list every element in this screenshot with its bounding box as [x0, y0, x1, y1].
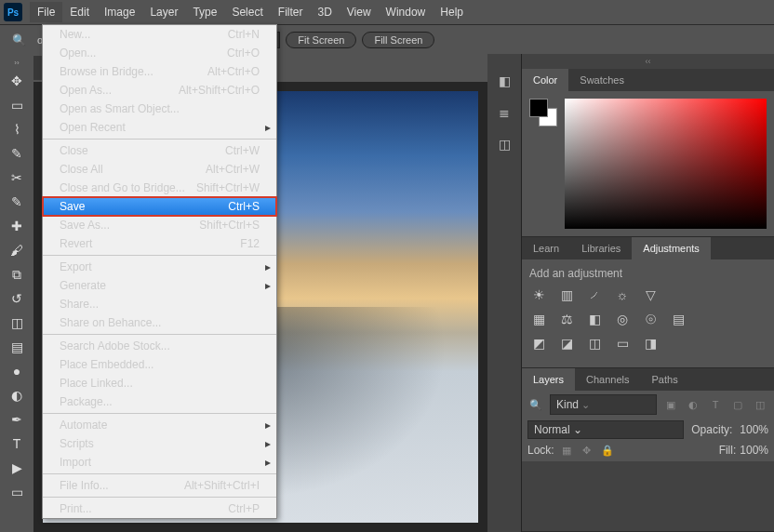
menu-item-place-linked[interactable]: Place Linked...	[43, 374, 276, 392]
filter-image-icon[interactable]: ▣	[662, 397, 679, 412]
properties-icon[interactable]: ◫	[494, 134, 514, 154]
selective-color-icon[interactable]: ◨	[641, 336, 660, 351]
filter-smart-icon[interactable]: ◫	[752, 397, 768, 412]
balance-icon[interactable]: ⚖	[557, 312, 576, 326]
dodge-tool[interactable]: ◐	[2, 383, 32, 407]
marquee-tool[interactable]: ▭	[2, 93, 32, 117]
clone-stamp-tool[interactable]: ⧉	[2, 262, 32, 286]
menu-edit[interactable]: Edit	[62, 2, 97, 22]
color-spectrum[interactable]	[565, 99, 767, 229]
photo-filter-icon[interactable]: ◎	[613, 312, 632, 326]
menu-item-place-embedded[interactable]: Place Embedded...	[43, 355, 276, 374]
fill-screen-button[interactable]: Fill Screen	[362, 32, 434, 48]
menu-type[interactable]: Type	[185, 2, 224, 22]
eyedropper-tool[interactable]: ✎	[2, 190, 32, 214]
toolbar-expand-icon[interactable]: ››	[11, 58, 22, 67]
mixer-icon[interactable]: ⦾	[641, 312, 660, 326]
menu-item-open[interactable]: Open...Ctrl+O	[43, 44, 276, 62]
menu-item-close[interactable]: CloseCtrl+W	[43, 141, 276, 160]
menu-item-export[interactable]: Export▸	[43, 258, 276, 276]
menu-item-close-all[interactable]: Close AllAlt+Ctrl+W	[43, 160, 276, 179]
type-tool[interactable]: T	[2, 432, 32, 456]
menu-filter[interactable]: Filter	[271, 2, 311, 22]
menu-item-new[interactable]: New...Ctrl+N	[43, 25, 276, 44]
posterize-icon[interactable]: ◪	[557, 336, 576, 351]
invert-icon[interactable]: ◩	[529, 336, 548, 351]
rectangle-tool[interactable]: ▭	[2, 480, 32, 504]
menu-view[interactable]: View	[340, 2, 379, 22]
brush-tool[interactable]: 🖌	[2, 238, 32, 262]
history-icon[interactable]: ≣	[494, 102, 514, 123]
vibrance-icon[interactable]: ▽	[641, 287, 660, 302]
menu-item-close-and-go-to-bridge[interactable]: Close and Go to Bridge...Shift+Ctrl+W	[43, 179, 276, 197]
tab-libraries[interactable]: Libraries	[570, 237, 632, 259]
bw-icon[interactable]: ◧	[585, 312, 604, 326]
path-select-tool[interactable]: ▶	[2, 456, 32, 480]
gradient-map-icon[interactable]: ▭	[613, 336, 632, 351]
menu-select[interactable]: Select	[224, 2, 270, 22]
lock-pixels-icon[interactable]: ▦	[558, 443, 575, 458]
panel-collapse-grip[interactable]: ‹‹	[522, 54, 774, 69]
blend-mode-select[interactable]: Normal ⌄	[527, 420, 684, 439]
lock-all-icon[interactable]: 🔒	[599, 443, 616, 458]
levels-icon[interactable]: ▥	[557, 287, 576, 302]
brightness-icon[interactable]: ☀	[529, 287, 548, 302]
tab-adjustments[interactable]: Adjustments	[632, 237, 711, 259]
threshold-icon[interactable]: ◫	[585, 336, 604, 351]
menu-item-share[interactable]: Share...	[43, 295, 276, 313]
gradient-tool[interactable]: ▤	[2, 335, 32, 359]
menu-item-print[interactable]: Print...Ctrl+P	[43, 499, 276, 518]
menu-help[interactable]: Help	[433, 2, 471, 22]
blur-tool[interactable]: ●	[2, 359, 32, 383]
crop-tool[interactable]: ✂	[2, 166, 32, 190]
menu-item-open-recent[interactable]: Open Recent▸	[43, 118, 276, 137]
menu-3d[interactable]: 3D	[310, 2, 339, 22]
menu-file[interactable]: File	[30, 2, 62, 22]
menu-item-file-info[interactable]: File Info...Alt+Shift+Ctrl+I	[43, 476, 276, 495]
menu-item-search-adobe-stock[interactable]: Search Adobe Stock...	[43, 337, 276, 355]
tab-channels[interactable]: Channels	[575, 368, 640, 391]
menu-item-revert[interactable]: RevertF12	[43, 234, 276, 253]
menu-item-save-as[interactable]: Save As...Shift+Ctrl+S	[43, 216, 276, 234]
healing-brush-tool[interactable]: ✚	[2, 214, 32, 238]
fit-screen-button[interactable]: Fit Screen	[286, 32, 356, 48]
pen-tool[interactable]: ✒	[2, 407, 32, 432]
lookup-icon[interactable]: ▤	[669, 312, 687, 326]
history-brush-tool[interactable]: ↺	[2, 286, 32, 311]
curves-icon[interactable]: ⟋	[585, 287, 604, 302]
filter-type-icon[interactable]: T	[707, 397, 724, 412]
tab-color[interactable]: Color	[522, 69, 568, 91]
move-tool[interactable]: ✥	[2, 69, 32, 93]
eraser-tool[interactable]: ◫	[2, 311, 32, 335]
foreground-background-swatch[interactable]	[529, 99, 557, 126]
layer-filter-kind[interactable]: Kind ⌄	[550, 394, 657, 415]
tab-swatches[interactable]: Swatches	[568, 69, 635, 91]
filter-adjust-icon[interactable]: ◐	[685, 397, 701, 412]
tab-paths[interactable]: Paths	[641, 368, 689, 391]
menu-item-browse-in-bridge[interactable]: Browse in Bridge...Alt+Ctrl+O	[43, 62, 276, 81]
foreground-color[interactable]	[529, 99, 548, 117]
lasso-tool[interactable]: ⌇	[2, 117, 32, 141]
opacity-value[interactable]: 100%	[740, 423, 768, 436]
menu-item-import[interactable]: Import▸	[43, 453, 276, 472]
tab-layers[interactable]: Layers	[522, 368, 575, 391]
menu-window[interactable]: Window	[379, 2, 434, 22]
tab-learn[interactable]: Learn	[522, 237, 570, 259]
hue-icon[interactable]: ▦	[529, 312, 548, 326]
menu-item-generate[interactable]: Generate▸	[43, 276, 276, 295]
dock-icon-1[interactable]: ◧	[494, 71, 514, 91]
exposure-icon[interactable]: ☼	[613, 287, 632, 302]
fill-value[interactable]: 100%	[740, 444, 768, 457]
menu-item-share-on-behance[interactable]: Share on Behance...	[43, 313, 276, 332]
menu-item-open-as-smart-object[interactable]: Open as Smart Object...	[43, 100, 276, 118]
search-icon[interactable]: 🔍	[527, 397, 544, 412]
lock-position-icon[interactable]: ✥	[579, 443, 595, 458]
filter-shape-icon[interactable]: ▢	[729, 397, 746, 412]
quick-select-tool[interactable]: ✎	[2, 141, 32, 166]
menu-image[interactable]: Image	[97, 2, 142, 22]
menu-item-scripts[interactable]: Scripts▸	[43, 434, 276, 453]
menu-layer[interactable]: Layer	[142, 2, 185, 22]
menu-item-automate[interactable]: Automate▸	[43, 416, 276, 434]
menu-item-open-as[interactable]: Open As...Alt+Shift+Ctrl+O	[43, 81, 276, 100]
menu-item-save[interactable]: SaveCtrl+S	[43, 197, 276, 216]
